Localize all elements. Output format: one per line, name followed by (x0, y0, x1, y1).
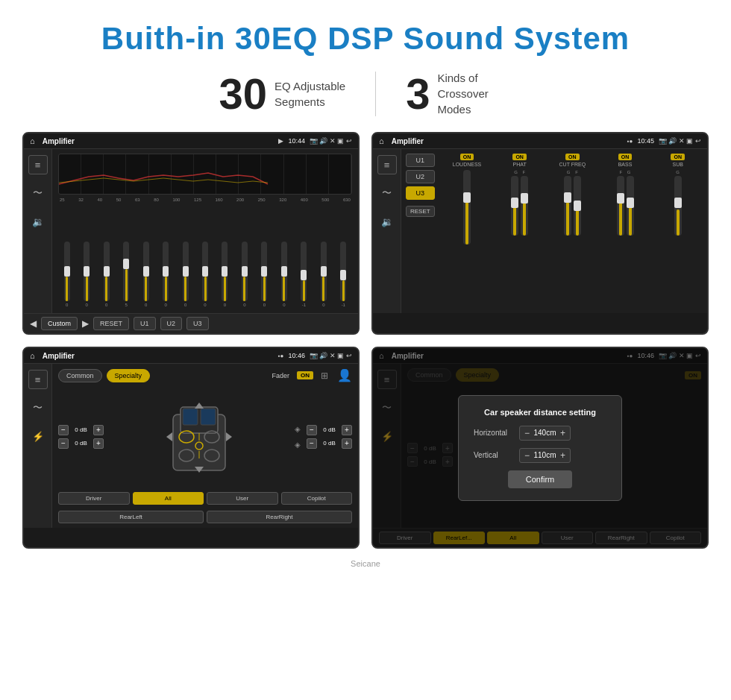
rearleft-btn[interactable]: RearLeft (58, 511, 204, 523)
u3-btn[interactable]: U3 (186, 317, 209, 330)
home-icon-3[interactable]: ⌂ (30, 351, 35, 360)
vertical-plus[interactable]: + (560, 450, 565, 461)
volume-icon[interactable]: 🔉 (28, 212, 48, 231)
wave-icon-3[interactable]: 〜 (28, 398, 48, 417)
vol-plus-2[interactable]: + (93, 438, 104, 449)
stat2-label: Kinds ofCrossover Modes (437, 70, 512, 117)
eq-icon[interactable]: ≡ (28, 155, 48, 174)
driver-btn[interactable]: Driver (58, 492, 130, 505)
vol-minus-4[interactable]: − (307, 438, 317, 449)
u1-select-btn[interactable]: U1 (406, 154, 435, 167)
eq-icon-3[interactable]: ≡ (28, 370, 48, 389)
u3-select-btn[interactable]: U3 (406, 186, 435, 200)
vol-minus-1[interactable]: − (58, 425, 69, 435)
specialty-btn[interactable]: Specialty (107, 369, 151, 382)
reset-btn[interactable]: RESET (93, 317, 129, 330)
bass-label: BASS (618, 162, 633, 167)
screen1-title: Amplifier (43, 137, 274, 145)
horizontal-minus[interactable]: − (524, 428, 530, 438)
eq-slider-8[interactable]: 0 (196, 242, 213, 307)
common-btn[interactable]: Common (58, 369, 102, 382)
eq-slider-6[interactable]: 0 (157, 242, 174, 307)
prev-icon[interactable]: ◀ (30, 318, 37, 329)
screen-specialty: ⌂ Amplifier ▪● 10:46 📷 🔊 ✕ ▣ ↩ ≡ 〜 ⚡ Com… (22, 347, 360, 549)
bass-slider-g[interactable] (627, 176, 634, 236)
horizontal-input[interactable]: − 140cm + (519, 426, 571, 441)
fader-on[interactable]: ON (297, 371, 313, 379)
eq-slider-13[interactable]: -1 (295, 242, 313, 307)
distance-dialog: Car speaker distance setting Horizontal … (458, 395, 622, 501)
vertical-minus[interactable]: − (524, 450, 530, 461)
confirm-button[interactable]: Confirm (508, 470, 573, 488)
vol-minus-3[interactable]: − (307, 425, 317, 435)
eq-sliders: 0 0 0 5 0 (58, 206, 352, 309)
cutfreq-slider-g[interactable] (564, 176, 571, 236)
home-icon-2[interactable]: ⌂ (379, 136, 384, 145)
stat-crossover: 3 Kinds ofCrossover Modes (376, 70, 542, 117)
rec-icon-2: ▪● (627, 138, 633, 145)
sub-slider[interactable] (674, 176, 682, 236)
eq-slider-11[interactable]: 0 (256, 242, 273, 307)
sub-on[interactable]: ON (671, 154, 685, 160)
eq-slider-4[interactable]: 5 (117, 242, 134, 307)
crossover-reset-btn[interactable]: RESET (406, 206, 435, 217)
status-icons-2: 📷 🔊 ✕ ▣ ↩ (659, 137, 701, 145)
volume-icon-2[interactable]: 🔉 (377, 212, 397, 231)
status-bar-3: ⌂ Amplifier ▪● 10:46 📷 🔊 ✕ ▣ ↩ (24, 348, 358, 364)
vol-plus-1[interactable]: + (93, 425, 104, 435)
wave-icon-2[interactable]: 〜 (377, 183, 397, 203)
u2-select-btn[interactable]: U2 (406, 170, 435, 183)
eq-main-panel: 2532405063 80100125160200 25032040050063… (52, 149, 358, 313)
eq-slider-10[interactable]: 0 (236, 242, 253, 307)
svg-rect-3 (201, 409, 216, 425)
u-buttons: U1 U2 U3 RESET (406, 154, 435, 309)
mode-controls: Common Specialty Fader ON ⊞ 👤 (58, 368, 352, 382)
eq-slider-1[interactable]: 0 (58, 242, 75, 307)
u2-btn[interactable]: U2 (160, 317, 183, 330)
loudness-slider[interactable] (463, 170, 471, 245)
cutfreq-slider-f[interactable] (574, 176, 581, 236)
eq-slider-7[interactable]: 0 (177, 242, 194, 307)
u1-btn[interactable]: U1 (134, 317, 156, 330)
phat-on[interactable]: ON (512, 154, 527, 160)
car-diagram (110, 392, 289, 482)
status-icons-3: 📷 🔊 ✕ ▣ ↩ (310, 352, 352, 359)
all-btn[interactable]: All (133, 492, 204, 505)
copilot-btn[interactable]: Copilot (281, 492, 353, 505)
eq-slider-12[interactable]: 0 (275, 242, 292, 307)
phat-slider-f[interactable] (521, 176, 528, 236)
vol-minus-2[interactable]: − (58, 438, 69, 449)
left-sidebar-2: ≡ 〜 🔉 (373, 149, 401, 313)
bass-slider-f[interactable] (617, 176, 624, 236)
svg-marker-13 (166, 432, 172, 441)
rearright-btn[interactable]: RearRight (207, 511, 352, 523)
eq-slider-3[interactable]: 0 (98, 242, 115, 307)
phat-slider-g[interactable] (511, 176, 518, 236)
eq-slider-15[interactable]: -1 (335, 242, 352, 307)
eq-slider-9[interactable]: 0 (216, 242, 233, 307)
play-icon-1[interactable]: ▶ (278, 137, 283, 145)
screen2-content: ≡ 〜 🔉 U1 U2 U3 RESET ON LOUDNESS (373, 149, 707, 313)
person-icon[interactable]: 👤 (337, 368, 352, 382)
eq-icon-2[interactable]: ≡ (377, 155, 397, 174)
vertical-input[interactable]: − 110cm + (519, 448, 571, 463)
vol-plus-3[interactable]: + (342, 425, 352, 435)
eq-slider-5[interactable]: 0 (137, 242, 154, 307)
cutfreq-on[interactable]: ON (565, 154, 580, 160)
channel-phat: ON PHAT G F (495, 154, 545, 309)
wave-icon[interactable]: 〜 (28, 183, 48, 203)
eq-slider-2[interactable]: 0 (78, 242, 95, 307)
vol-plus-4[interactable]: + (342, 438, 352, 449)
next-icon[interactable]: ▶ (82, 318, 89, 329)
bluetooth-icon-3[interactable]: ⚡ (28, 426, 48, 446)
eq-slider-14[interactable]: 0 (315, 242, 332, 307)
user-btn[interactable]: User (207, 492, 278, 505)
distance-dialog-overlay: Car speaker distance setting Horizontal … (373, 348, 707, 547)
vertical-value: 110cm (532, 451, 558, 459)
horizontal-plus[interactable]: + (560, 428, 565, 438)
bass-on[interactable]: ON (618, 154, 633, 160)
horizontal-row: Horizontal − 140cm + (474, 426, 606, 441)
home-icon-1[interactable]: ⌂ (30, 136, 35, 145)
stat1-label: EQ AdjustableSegments (274, 78, 345, 110)
loudness-on[interactable]: ON (460, 154, 474, 160)
